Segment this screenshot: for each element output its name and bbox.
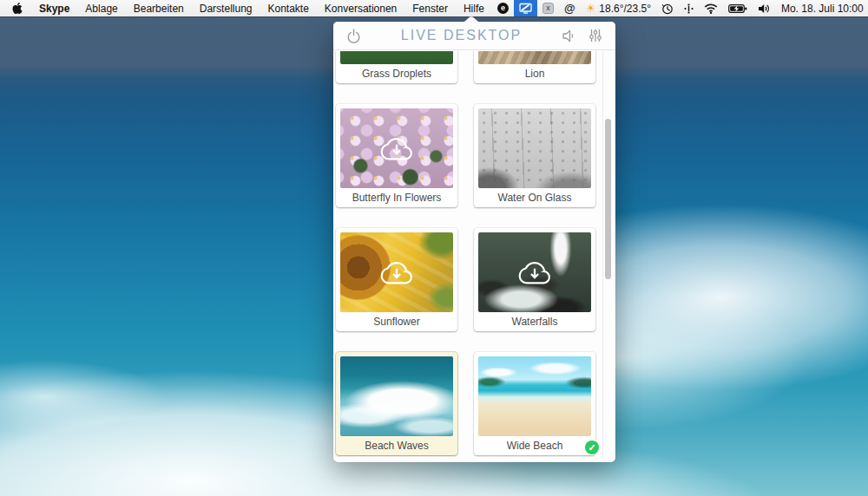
menu-extra-router[interactable]: @ [559, 0, 581, 16]
menu-hilfe[interactable]: Hilfe [456, 0, 492, 16]
wallpaper-card-beach-waves[interactable]: Beach Waves ✓ [336, 352, 457, 455]
wallpaper-card-sunflower[interactable]: Sunflower [336, 228, 457, 331]
wallpaper-name: Waterfalls [478, 312, 591, 331]
butterfly-in-flowers-thumbnail [340, 108, 453, 188]
battery-charging-icon [728, 3, 747, 14]
menu-kontakte[interactable]: Kontakte [260, 0, 316, 16]
menu-bar: Skype Ablage Bearbeiten Darstellung Kont… [0, 0, 868, 16]
wallpaper-list-viewport: Grass Droplets Lion Butterfly In F [333, 51, 602, 457]
water-on-glass-thumbnail [478, 108, 591, 188]
wifi-status[interactable] [699, 0, 723, 16]
menu-bar-clock: Mo. 18. Juli 10:00 [781, 3, 864, 15]
window-x-icon: x [542, 3, 554, 14]
wallpaper-name: Beach Waves [340, 436, 453, 455]
time-machine-status[interactable] [656, 0, 679, 16]
waterfalls-thumbnail [478, 232, 591, 312]
router-icon: @ [564, 2, 575, 15]
wide-beach-thumbnail [478, 356, 591, 436]
circle-app-icon: e [497, 3, 509, 14]
apple-icon [12, 2, 23, 15]
menu-extra-dots[interactable] [679, 0, 699, 16]
clock-status[interactable]: Mo. 18. Juli 10:00 [776, 0, 868, 16]
lion-thumbnail [478, 51, 591, 64]
live-desktop-icon [519, 3, 532, 14]
power-icon [346, 29, 361, 43]
wifi-icon [704, 3, 718, 14]
volume-icon [758, 3, 771, 14]
volume-status[interactable] [753, 0, 776, 16]
panel-title: LIVE DESKTOP [363, 28, 560, 43]
wallpaper-name: Grass Droplets [340, 64, 453, 83]
menu-extra-dots-icon [684, 3, 694, 14]
wallpaper-card-water-on-glass[interactable]: Water On Glass [474, 104, 595, 207]
menu-fenster[interactable]: Fenster [404, 0, 456, 16]
menu-darstellung[interactable]: Darstellung [192, 0, 260, 16]
wallpaper-name: Wide Beach [478, 436, 591, 455]
menu-bearbeiten[interactable]: Bearbeiten [126, 0, 192, 16]
sun-icon: ☀ [586, 2, 596, 15]
menu-extra-window-x[interactable]: x [537, 0, 559, 16]
panel-header: LIVE DESKTOP [333, 22, 615, 50]
panel-pointer-arrow [464, 16, 478, 22]
wallpaper-card-lion[interactable]: Lion [474, 51, 595, 83]
power-button[interactable] [344, 26, 363, 45]
panel-scrollbar-thumb[interactable] [605, 119, 611, 279]
cloud-download-icon [340, 232, 453, 312]
app-menu-skype[interactable]: Skype [31, 0, 77, 16]
wallpaper-card-grass-droplets[interactable]: Grass Droplets [336, 51, 457, 83]
sound-button[interactable] [560, 26, 579, 45]
battery-status[interactable] [723, 0, 753, 16]
settings-button[interactable] [586, 26, 605, 45]
weather-temperature: 18.6°/23.5° [599, 3, 651, 15]
cloud-download-icon [478, 232, 591, 312]
wallpaper-card-butterfly-in-flowers[interactable]: Butterfly In Flowers [336, 104, 457, 207]
wallpaper-name: Sunflower [340, 312, 453, 331]
wallpaper-name: Lion [478, 64, 591, 83]
speaker-icon [562, 29, 577, 42]
menu-extra-circle-app[interactable]: e [492, 0, 514, 16]
sliders-icon [589, 29, 602, 42]
wallpaper-card-waterfalls[interactable]: Waterfalls [474, 228, 595, 331]
menu-konversationen[interactable]: Konversationen [317, 0, 404, 16]
wallpaper-name: Butterfly In Flowers [340, 188, 453, 207]
menu-extra-live-desktop[interactable] [514, 0, 537, 16]
wallpaper-grid: Grass Droplets Lion Butterfly In F [333, 51, 602, 455]
menu-ablage[interactable]: Ablage [77, 0, 125, 16]
cloud-download-icon [340, 108, 453, 188]
wallpaper-card-wide-beach[interactable]: Wide Beach [474, 352, 595, 455]
live-desktop-panel: LIVE DESKTOP Grass Droplets [333, 22, 615, 462]
sunflower-thumbnail [340, 232, 453, 312]
wallpaper-name: Water On Glass [478, 188, 591, 207]
beach-waves-thumbnail [340, 356, 453, 436]
grass-droplets-thumbnail [340, 51, 453, 64]
apple-menu[interactable] [0, 0, 31, 16]
time-machine-icon [661, 3, 674, 15]
weather-status[interactable]: ☀ 18.6°/23.5° [581, 0, 656, 16]
panel-scrollbar-track[interactable] [602, 51, 611, 458]
